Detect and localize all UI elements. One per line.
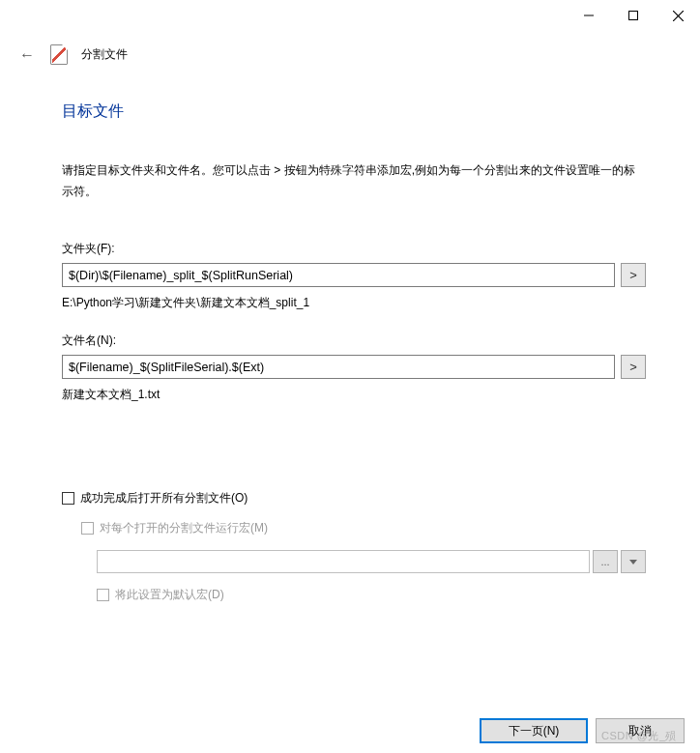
folder-field: 文件夹(F): > E:\Python学习\新建文件夹\新建文本文档_split…: [62, 241, 646, 311]
set-default-label: 将此设置为默认宏(D): [115, 587, 224, 603]
macro-dropdown-button[interactable]: [621, 550, 646, 573]
folder-input[interactable]: [62, 263, 615, 287]
run-macro-checkbox-row: 对每个打开的分割文件运行宏(M): [81, 520, 646, 536]
folder-preview: E:\Python学习\新建文件夹\新建文本文档_split_1: [62, 295, 646, 311]
app-icon: [50, 44, 68, 65]
run-macro-label: 对每个打开的分割文件运行宏(M): [100, 520, 268, 536]
next-button[interactable]: 下一页(N): [480, 718, 588, 743]
back-arrow-icon[interactable]: ←: [17, 46, 37, 64]
header: ← 分割文件: [0, 31, 700, 72]
chevron-down-icon: [629, 560, 637, 565]
svg-rect-1: [629, 12, 638, 20]
filename-input[interactable]: [62, 355, 615, 379]
minimize-button[interactable]: [567, 0, 611, 31]
window-title: 分割文件: [81, 46, 128, 63]
options-section: 成功完成后打开所有分割文件(O) 对每个打开的分割文件运行宏(M) ... 将此…: [62, 490, 646, 603]
cancel-button[interactable]: 取消: [596, 718, 685, 743]
content: 目标文件 请指定目标文件夹和文件名。您可以点击 > 按钮为特殊字符串添加宏,例如…: [0, 72, 700, 603]
open-after-label: 成功完成后打开所有分割文件(O): [80, 490, 248, 507]
checkbox-icon[interactable]: [62, 492, 74, 505]
filename-field: 文件名(N): > 新建文本文档_1.txt: [62, 333, 646, 403]
macro-combo-row: ...: [97, 550, 646, 573]
checkbox-icon: [97, 589, 109, 601]
checkbox-icon: [81, 522, 94, 535]
footer: 下一页(N) 取消: [480, 718, 685, 743]
filename-macro-button[interactable]: >: [621, 355, 646, 379]
filename-label: 文件名(N):: [62, 333, 646, 349]
titlebar: [0, 0, 700, 31]
macro-combo-input: [97, 550, 590, 573]
filename-preview: 新建文本文档_1.txt: [62, 387, 646, 403]
macro-browse-button[interactable]: ...: [593, 550, 618, 573]
close-button[interactable]: [656, 0, 700, 31]
instructions-text: 请指定目标文件夹和文件名。您可以点击 > 按钮为特殊字符串添加宏,例如为每一个分…: [62, 160, 646, 202]
page-title: 目标文件: [62, 101, 646, 122]
set-default-checkbox-row: 将此设置为默认宏(D): [97, 587, 646, 603]
svg-marker-4: [629, 560, 637, 565]
folder-macro-button[interactable]: >: [621, 263, 646, 287]
maximize-button[interactable]: [611, 0, 656, 31]
open-after-checkbox-row[interactable]: 成功完成后打开所有分割文件(O): [62, 490, 646, 507]
folder-label: 文件夹(F):: [62, 241, 646, 257]
